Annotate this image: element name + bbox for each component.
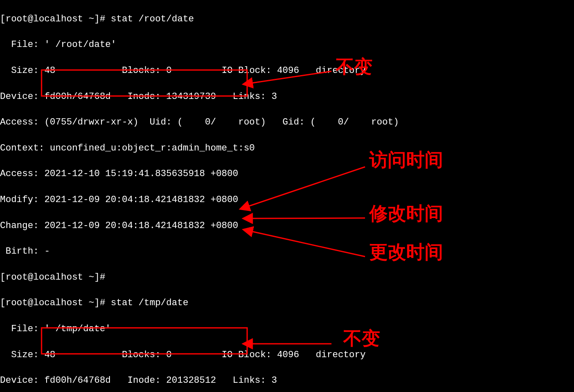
birth-val: - bbox=[44, 246, 50, 257]
context-val: unconfined_u:object_r:admin_home_t:s0 bbox=[50, 143, 255, 153]
context-label: Context: bbox=[0, 143, 44, 153]
inode-val: 201328512 bbox=[166, 375, 216, 386]
links-val: 3 bbox=[271, 375, 277, 386]
size-label: Size: bbox=[0, 350, 39, 360]
gid-label: Gid: bbox=[282, 117, 305, 127]
links-label: Links: bbox=[233, 375, 266, 386]
inode-val: 134319739 bbox=[166, 91, 216, 102]
file-val: ' /tmp/date' bbox=[44, 324, 111, 334]
modify-time-val: 2021-12-09 20:04:18.421481832 +0800 bbox=[44, 195, 238, 205]
ioblock-label: IO Block: bbox=[222, 65, 271, 76]
modify-time-label: Modify: bbox=[0, 195, 39, 205]
command: stat /root/date bbox=[111, 14, 194, 24]
device-val: fd00h/64768d bbox=[44, 91, 111, 102]
links-val: 3 bbox=[271, 91, 277, 102]
device-label: Device: bbox=[0, 91, 39, 102]
annotation-unchanged: 不变 bbox=[336, 60, 373, 73]
size-val: 48 bbox=[44, 65, 55, 76]
inode-label: Inode: bbox=[128, 375, 161, 386]
uid-label: Uid: bbox=[149, 117, 172, 127]
access-perm-val: (0755/drwxr-xr-x) bbox=[44, 117, 138, 127]
size-label: Size: bbox=[0, 65, 39, 76]
access-perm-label: Access: bbox=[0, 117, 39, 127]
ioblock-val: 4096 bbox=[277, 350, 299, 360]
change-time-val: 2021-12-09 20:04:18.421481832 +0800 bbox=[44, 221, 238, 231]
blocks-label: Blocks: bbox=[122, 350, 160, 360]
ioblock-val: 4096 bbox=[277, 65, 299, 76]
links-label: Links: bbox=[233, 91, 266, 102]
annotation-unchanged: 不变 bbox=[343, 332, 380, 345]
prompt: [root@localhost ~]# bbox=[0, 14, 105, 24]
access-time-label: Access: bbox=[0, 169, 39, 179]
file-label: File: bbox=[0, 324, 39, 334]
command: stat /tmp/date bbox=[111, 298, 188, 308]
access-time-val: 2021-12-10 15:19:41.835635918 +0800 bbox=[44, 169, 238, 179]
size-val: 48 bbox=[44, 350, 55, 360]
blocks-label: Blocks: bbox=[122, 65, 160, 76]
annotation-change-time: 更改时间 bbox=[369, 246, 443, 259]
inode-label: Inode: bbox=[128, 91, 161, 102]
filetype: directory bbox=[316, 350, 366, 360]
change-time-label: Change: bbox=[0, 221, 39, 231]
device-val: fd00h/64768d bbox=[44, 375, 111, 386]
annotation-access-time: 访问时间 bbox=[369, 153, 443, 166]
blocks-val: 0 bbox=[166, 65, 172, 76]
uid-val: ( 0/ root) bbox=[177, 117, 266, 127]
gid-val: ( 0/ root) bbox=[310, 117, 399, 127]
ioblock-label: IO Block: bbox=[222, 350, 271, 360]
file-val: ' /root/date' bbox=[44, 39, 117, 50]
annotation-modify-time: 修改时间 bbox=[369, 207, 443, 220]
file-label: File: bbox=[0, 39, 39, 50]
device-label: Device: bbox=[0, 375, 39, 386]
prompt: [root@localhost ~]# bbox=[0, 272, 105, 283]
prompt: [root@localhost ~]# bbox=[0, 298, 105, 308]
birth-label: Birth: bbox=[0, 246, 39, 257]
blocks-val: 0 bbox=[166, 350, 172, 360]
